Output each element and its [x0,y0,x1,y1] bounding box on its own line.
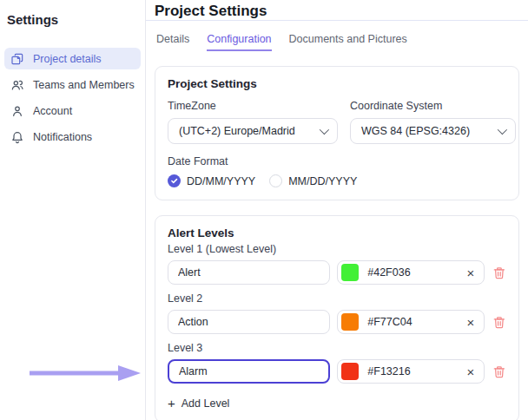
sidebar-item-teams-and-members[interactable]: Teams and Members [4,74,141,95]
level-3-color-field[interactable]: #F13216 × [337,359,485,384]
sidebar-nav: Project details Teams and Members [0,48,145,148]
color-swatch [341,313,359,331]
sidebar-title: Settings [0,7,145,27]
date-format-options: DD/MM/YYYY MM/DD/YYYY [168,174,506,187]
main-content: Project Settings Details Configuration D… [146,0,528,420]
level-2-name-input[interactable] [168,310,330,334]
sidebar-item-label: Teams and Members [33,79,135,91]
coordinate-system-field: Coordinate System WGS 84 (EPSG:4326) [350,100,516,144]
radio-label: DD/MM/YYYY [187,175,255,187]
chevron-down-icon [320,125,329,135]
level-1-name-input[interactable] [168,260,330,285]
clear-color-icon[interactable]: × [465,365,475,378]
sidebar-item-label: Notifications [33,131,92,143]
timezone-field: TimeZone (UTC+2) Europe/Madrid [168,100,338,144]
coordinate-system-select[interactable]: WGS 84 (EPSG:4326) [350,118,516,144]
sidebar-item-notifications[interactable]: Notifications [4,126,141,148]
radio-option-mmddyyyy[interactable]: MM/DD/YYYY [269,174,357,187]
level-2-row: #F77C04 × [168,310,506,334]
project-settings-card-title: Project Settings [168,77,506,90]
tab-details[interactable]: Details [156,33,189,51]
settings-sidebar: Settings Project details [0,0,146,420]
settings-app: Settings Project details [0,0,528,420]
level-2-color-field[interactable]: #F77C04 × [337,310,485,334]
project-settings-card: Project Settings TimeZone (UTC+2) Europe… [155,66,519,200]
person-icon [10,104,24,118]
document-icon [10,52,24,66]
clear-color-icon[interactable]: × [465,266,475,279]
level-1-row: #42F036 × [168,260,506,285]
tab-documents-and-pictures[interactable]: Documents and Pictures [289,33,407,51]
coordinate-system-label: Coordinate System [350,100,516,112]
sidebar-item-project-details[interactable]: Project details [4,48,141,69]
color-swatch [341,363,359,380]
timezone-select[interactable]: (UTC+2) Europe/Madrid [168,118,338,144]
timezone-value: (UTC+2) Europe/Madrid [179,125,313,137]
coordinate-system-value: WGS 84 (EPSG:4326) [361,125,491,137]
tab-bar: Details Configuration Documents and Pict… [146,21,528,51]
color-hex-value: #42F036 [367,266,465,279]
timezone-label: TimeZone [168,100,338,112]
sidebar-item-account[interactable]: Account [4,100,141,121]
level-3-row: #F13216 × [168,359,506,384]
add-level-label: Add Level [182,397,230,410]
bell-icon [10,130,24,144]
delete-level-icon[interactable] [492,364,506,379]
date-format-section: Date Format DD/MM/YYYY MM/DD/YYYY [168,155,506,187]
color-swatch [341,264,359,281]
date-format-label: Date Format [168,155,506,167]
people-icon [10,78,24,92]
delete-level-icon[interactable] [492,315,506,330]
level-2-label: Level 2 [168,292,506,305]
clear-color-icon[interactable]: × [465,316,475,329]
page-title: Project Settings [155,3,267,20]
plus-icon: + [168,397,175,410]
main-header: Project Settings [146,0,528,21]
project-settings-fields: TimeZone (UTC+2) Europe/Madrid Coordinat… [168,100,506,144]
level-3-label: Level 3 [168,342,506,354]
tab-configuration[interactable]: Configuration [207,33,271,51]
radio-selected-icon [168,174,181,187]
radio-unselected-icon [269,174,282,187]
color-hex-value: #F77C04 [367,316,465,328]
chevron-down-icon [498,125,507,135]
sidebar-item-label: Project details [33,53,102,65]
alert-levels-card: Alert Levels Level 1 (Lowest Level) #42F… [155,215,519,420]
sidebar-item-label: Account [33,105,72,117]
add-level-button[interactable]: + Add Level [168,397,229,410]
alert-levels-card-title: Alert Levels [168,226,506,240]
delete-level-icon[interactable] [492,266,506,280]
level-1-label: Level 1 (Lowest Level) [168,243,506,255]
level-1-color-field[interactable]: #42F036 × [337,260,485,285]
radio-option-ddmmyyyy[interactable]: DD/MM/YYYY [168,174,255,187]
color-hex-value: #F13216 [367,365,465,377]
level-3-name-input[interactable] [168,359,330,384]
radio-label: MM/DD/YYYY [288,175,357,187]
